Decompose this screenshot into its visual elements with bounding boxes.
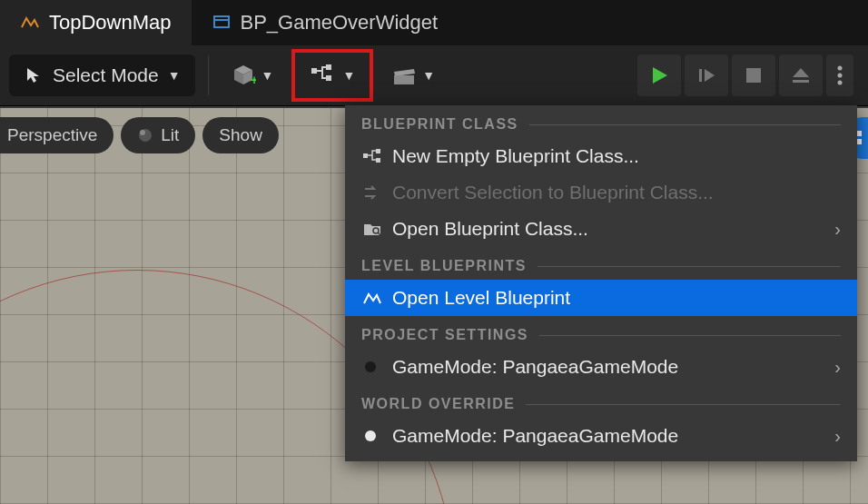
chevron-down-icon: ▼ xyxy=(342,68,355,83)
svg-rect-7 xyxy=(699,69,702,82)
section-title: LEVEL BLUEPRINTS xyxy=(361,258,527,274)
tab-label: BP_GameOverWidget xyxy=(241,11,439,35)
menu-open-level-blueprint[interactable]: Open Level Blueprint xyxy=(345,280,857,316)
pill-label: Show xyxy=(219,125,262,145)
show-button[interactable]: Show xyxy=(202,117,279,153)
menu-convert-selection: Convert Selection to Blueprint Class... xyxy=(345,174,857,211)
cursor-icon xyxy=(24,65,44,85)
toolbar-divider xyxy=(208,55,209,95)
blueprints-button[interactable]: ▼ xyxy=(301,54,364,96)
eject-button[interactable] xyxy=(779,54,823,96)
divider-line xyxy=(526,404,841,405)
step-button[interactable] xyxy=(685,54,728,96)
main-toolbar: Select Mode ▼ + ▼ ▼ xyxy=(0,45,868,105)
svg-rect-4 xyxy=(326,64,331,70)
menu-label: Open Level Blueprint xyxy=(392,287,570,309)
radio-off-icon xyxy=(365,361,376,372)
menu-label: Convert Selection to Blueprint Class... xyxy=(392,182,714,203)
menu-world-gamemode[interactable]: GameMode: PangaeaGameMode › xyxy=(345,418,857,454)
section-header-blueprint-class: BLUEPRINT CLASS xyxy=(345,105,857,138)
section-title: BLUEPRINT CLASS xyxy=(361,116,518,133)
viewport-toolbar: Perspective Lit Show xyxy=(0,117,279,153)
svg-rect-3 xyxy=(311,68,317,74)
radio-on-icon xyxy=(365,430,376,441)
cinematics-button[interactable]: ▼ xyxy=(382,54,444,96)
section-header-project-settings: PROJECT SETTINGS xyxy=(345,316,857,349)
divider-line xyxy=(539,335,841,336)
pill-label: Lit xyxy=(161,125,179,145)
blueprint-dropdown-highlight: ▼ xyxy=(291,49,373,102)
svg-rect-19 xyxy=(363,153,368,158)
clapperboard-icon xyxy=(391,64,417,86)
chevron-right-icon: › xyxy=(834,426,841,447)
level-blueprint-icon xyxy=(361,287,383,309)
select-mode-button[interactable]: Select Mode ▼ xyxy=(9,54,195,96)
tab-label: TopDownMap xyxy=(49,11,172,35)
chevron-right-icon: › xyxy=(834,357,841,378)
tab-gameoverwidget[interactable]: BP_GameOverWidget xyxy=(192,0,459,45)
svg-rect-0 xyxy=(214,16,229,27)
stop-button[interactable] xyxy=(732,54,775,96)
select-mode-label: Select Mode xyxy=(53,64,159,86)
svg-rect-21 xyxy=(376,158,380,163)
cube-add-icon: + xyxy=(231,63,256,88)
svg-rect-20 xyxy=(376,149,380,153)
chevron-down-icon: ▼ xyxy=(168,68,181,83)
lit-button[interactable]: Lit xyxy=(121,117,195,153)
widget-icon xyxy=(212,13,232,33)
play-controls xyxy=(637,54,859,96)
svg-rect-5 xyxy=(326,75,331,81)
play-button[interactable] xyxy=(637,54,681,96)
blueprints-dropdown-menu: BLUEPRINT CLASS New Empty Blueprint Clas… xyxy=(345,105,857,461)
section-title: WORLD OVERRIDE xyxy=(361,396,515,412)
chevron-down-icon: ▼ xyxy=(422,68,435,83)
section-header-world-override: WORLD OVERRIDE xyxy=(345,385,857,418)
menu-new-empty-blueprint[interactable]: New Empty Blueprint Class... xyxy=(345,138,857,174)
level-icon xyxy=(20,13,40,33)
search-folder-icon xyxy=(361,218,383,240)
chevron-right-icon: › xyxy=(834,219,841,240)
section-header-level-blueprints: LEVEL BLUEPRINTS xyxy=(345,247,857,280)
divider-line xyxy=(529,124,841,125)
sphere-icon xyxy=(137,127,153,143)
svg-point-14 xyxy=(140,130,145,135)
svg-rect-6 xyxy=(394,75,414,84)
blueprint-node-icon xyxy=(361,145,383,167)
add-content-button[interactable]: + ▼ xyxy=(222,54,283,96)
blueprint-icon xyxy=(310,64,337,86)
svg-point-11 xyxy=(838,74,843,78)
pill-label: Perspective xyxy=(7,125,97,145)
menu-label: GameMode: PangaeaGameMode xyxy=(392,356,678,378)
svg-text:+: + xyxy=(251,73,256,87)
menu-label: New Empty Blueprint Class... xyxy=(392,145,639,167)
menu-label: GameMode: PangaeaGameMode xyxy=(392,425,678,447)
menu-label: Open Blueprint Class... xyxy=(392,218,588,240)
svg-rect-9 xyxy=(793,80,809,83)
section-title: PROJECT SETTINGS xyxy=(361,327,528,343)
svg-rect-8 xyxy=(746,68,761,83)
menu-open-blueprint-class[interactable]: Open Blueprint Class... › xyxy=(345,211,857,247)
divider-line xyxy=(538,266,841,267)
more-options-button[interactable] xyxy=(826,54,853,96)
perspective-button[interactable]: Perspective xyxy=(0,117,113,153)
svg-point-12 xyxy=(838,81,843,85)
svg-point-10 xyxy=(838,66,843,71)
chevron-down-icon: ▼ xyxy=(261,68,274,83)
tab-topdownmap[interactable]: TopDownMap xyxy=(0,0,192,45)
tab-bar: TopDownMap BP_GameOverWidget xyxy=(0,0,868,45)
convert-icon xyxy=(361,182,383,203)
menu-project-gamemode[interactable]: GameMode: PangaeaGameMode › xyxy=(345,349,857,385)
